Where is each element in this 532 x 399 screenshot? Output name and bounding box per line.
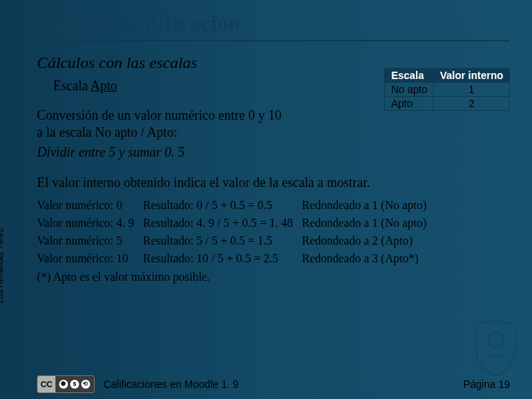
footer-left: CC ⚉ $ ⟲ Calificaciones en Moodle 1. 9: [37, 375, 239, 393]
cc-nc-icon: $: [70, 380, 79, 389]
cc-badge: CC ⚉ $ ⟲: [37, 375, 95, 393]
explain-text: El valor interno obtenido indica el valo…: [37, 175, 502, 191]
slide: Escalas de calificación Escala Valor int…: [0, 0, 532, 399]
example-cell: Valor numérico: 10: [37, 250, 143, 267]
conversion-text: Conversión de un valor numérico entre 0 …: [37, 107, 347, 140]
table-header: Escala: [385, 69, 434, 83]
conversion-line: a la escala No apto / Apto:: [37, 125, 177, 140]
table-header-row: Escala Valor interno: [385, 69, 510, 83]
example-cell: Redondeado a 1 (No apto): [301, 197, 435, 214]
example-cell: Redondeado a 3 (Apto*): [301, 250, 435, 267]
slide-title: Escalas de calificación: [22, 10, 532, 35]
table-row: Valor numérico: 10 Resultado: 10 / 5 + 0…: [37, 250, 435, 267]
table-row: Valor numérico: 5 Resultado: 5 / 5 + 0.5…: [37, 232, 435, 250]
example-cell: Resultado: 0 / 5 + 0.5 = 0.5: [143, 197, 302, 214]
footer: CC ⚉ $ ⟲ Calificaciones en Moodle 1. 9 P…: [0, 375, 532, 393]
example-cell: Resultado: 5 / 5 + 0.5 = 1.5: [143, 232, 302, 250]
crest-watermark: [470, 318, 522, 377]
cc-icons: ⚉ $ ⟲: [55, 376, 94, 392]
table-cell: No apto: [385, 83, 434, 97]
footer-page: Página 19: [463, 378, 510, 390]
table-row: No apto 1: [385, 83, 510, 97]
examples-table: Valor numérico: 0 Resultado: 0 / 5 + 0.5…: [37, 197, 435, 267]
svg-point-0: [488, 332, 503, 347]
scale-table: Escala Valor interno No apto 1 Apto 2: [384, 68, 510, 111]
crest-icon: [470, 318, 522, 377]
author-vertical: Luis Hernández Yáñez: [0, 228, 4, 303]
table-cell: 2: [434, 97, 510, 111]
example-cell: Redondeado a 2 (Apto): [301, 232, 435, 250]
cc-by-icon: ⚉: [59, 380, 68, 389]
footnote: (*) Apto es el valor máximo posible.: [37, 270, 502, 284]
example-cell: Resultado: 4. 9 / 5 + 0.5 = 1. 48: [143, 214, 302, 232]
table-cell: 1: [434, 83, 510, 97]
example-cell: Resultado: 10 / 5 + 0.5 = 2.5: [143, 250, 302, 267]
table-header: Valor interno: [434, 69, 510, 83]
formula-text: Dividir entre 5 y sumar 0. 5: [37, 145, 502, 160]
cc-sa-icon: ⟲: [81, 380, 90, 389]
scale-label-prefix: Escala: [53, 78, 90, 93]
scale-name: Apto: [90, 78, 117, 93]
example-cell: Valor numérico: 4. 9: [37, 214, 143, 232]
conversion-line: Conversión de un valor numérico entre 0 …: [37, 108, 282, 123]
table-row: Valor numérico: 0 Resultado: 0 / 5 + 0.5…: [37, 197, 435, 214]
example-cell: Valor numérico: 0: [37, 197, 143, 214]
title-bar: Escalas de calificación: [0, 0, 532, 35]
footer-course: Calificaciones en Moodle 1. 9: [103, 378, 239, 390]
table-row: Apto 2: [385, 97, 510, 111]
table-row: Valor numérico: 4. 9 Resultado: 4. 9 / 5…: [37, 214, 435, 232]
example-cell: Redondeado a 1 (No apto): [301, 214, 435, 232]
cc-logo: CC: [38, 376, 55, 392]
table-cell: Apto: [385, 97, 434, 111]
example-cell: Valor numérico: 5: [37, 232, 143, 250]
